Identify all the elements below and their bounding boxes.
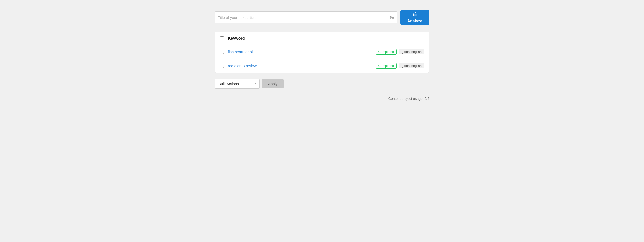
status-badge-2: Completed (376, 63, 397, 69)
usage-row: Content project usage: 2/5 (215, 97, 429, 101)
flask-icon (412, 12, 418, 18)
row-2-meta: Completed global english (376, 63, 424, 69)
row-1-checkbox[interactable] (220, 50, 224, 54)
analyze-label: Analyze (407, 19, 422, 24)
table-row: fish heart for oil Completed global engl… (215, 45, 429, 59)
bulk-actions-row: Bulk Actions Apply (215, 79, 429, 89)
search-input-wrapper (215, 12, 397, 24)
analyze-button[interactable]: Analyze (400, 10, 429, 25)
svg-point-5 (391, 18, 392, 19)
bulk-actions-select[interactable]: Bulk Actions (215, 79, 260, 89)
locale-badge-1: global english (399, 49, 424, 55)
svg-point-3 (390, 16, 391, 17)
svg-point-4 (392, 17, 393, 18)
keyword-link-1[interactable]: fish heart for oil (228, 50, 376, 54)
row-1-meta: Completed global english (376, 49, 424, 55)
article-title-input[interactable] (218, 16, 390, 20)
keyword-column-header: Keyword (228, 36, 245, 41)
keyword-table: Keyword fish heart for oil Completed glo… (215, 32, 429, 73)
row-2-checkbox[interactable] (220, 64, 224, 68)
status-badge-1: Completed (376, 49, 397, 55)
keyword-link-2[interactable]: red alert 3 review (228, 64, 376, 68)
search-row: Analyze (215, 10, 429, 25)
apply-button[interactable]: Apply (262, 79, 284, 88)
page-container: Analyze Keyword fish heart for oil Compl… (215, 10, 429, 101)
usage-text: Content project usage: 2/5 (388, 97, 429, 101)
select-all-checkbox[interactable] (220, 37, 224, 41)
table-row: red alert 3 review Completed global engl… (215, 59, 429, 73)
filter-icon[interactable] (390, 16, 394, 19)
locale-badge-2: global english (399, 63, 424, 68)
table-header: Keyword (215, 32, 429, 45)
